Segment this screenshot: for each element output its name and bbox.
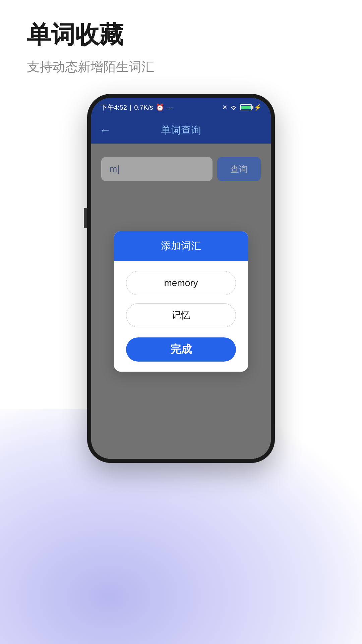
dialog-header: 添加词汇	[114, 231, 248, 261]
status-network: |	[130, 104, 131, 111]
modal-overlay: 添加词汇 memory 记忆 完成	[91, 144, 271, 459]
app-header: ← 单词查询	[91, 117, 271, 144]
word-input-value: memory	[164, 278, 198, 288]
confirm-button[interactable]: 完成	[126, 337, 236, 362]
wifi-icon	[230, 105, 237, 110]
alarm-icon: ⏰	[156, 103, 164, 111]
battery-fill	[241, 106, 251, 109]
screen-content: m| 查询 添加词汇 memory	[91, 144, 271, 459]
status-speed: 0.7K/s	[134, 104, 153, 111]
add-vocabulary-dialog: 添加词汇 memory 记忆 完成	[114, 231, 248, 372]
status-right: ✕ ⚡	[222, 104, 261, 111]
page-subtitle: 支持动态新增陌生词汇	[27, 58, 154, 75]
volume-button	[84, 208, 87, 228]
status-bar: 下午4:52 | 0.7K/s ⏰ ··· ✕	[91, 98, 271, 117]
status-left: 下午4:52 | 0.7K/s ⏰ ···	[101, 103, 173, 112]
app-title: 单词查询	[161, 123, 201, 137]
phone-frame: 下午4:52 | 0.7K/s ⏰ ··· ✕	[87, 94, 275, 463]
page-header: 单词收藏 支持动态新增陌生词汇	[27, 20, 154, 75]
back-button[interactable]: ←	[99, 123, 111, 137]
battery-tip	[252, 106, 253, 109]
dialog-body: memory 记忆 完成	[114, 261, 248, 372]
battery-container: ⚡	[240, 104, 261, 111]
page-title: 单词收藏	[27, 20, 154, 49]
status-time: 下午4:52	[101, 103, 127, 112]
phone-mockup: 下午4:52 | 0.7K/s ⏰ ··· ✕	[87, 94, 275, 463]
battery-icon	[240, 104, 252, 110]
status-dots: ···	[167, 104, 173, 111]
translation-input-value: 记忆	[172, 309, 190, 322]
charging-icon: ⚡	[254, 104, 261, 111]
close-icon: ✕	[222, 104, 227, 111]
translation-input-field[interactable]: 记忆	[126, 303, 236, 327]
phone-screen: 下午4:52 | 0.7K/s ⏰ ··· ✕	[91, 98, 271, 459]
word-input-field[interactable]: memory	[126, 271, 236, 295]
